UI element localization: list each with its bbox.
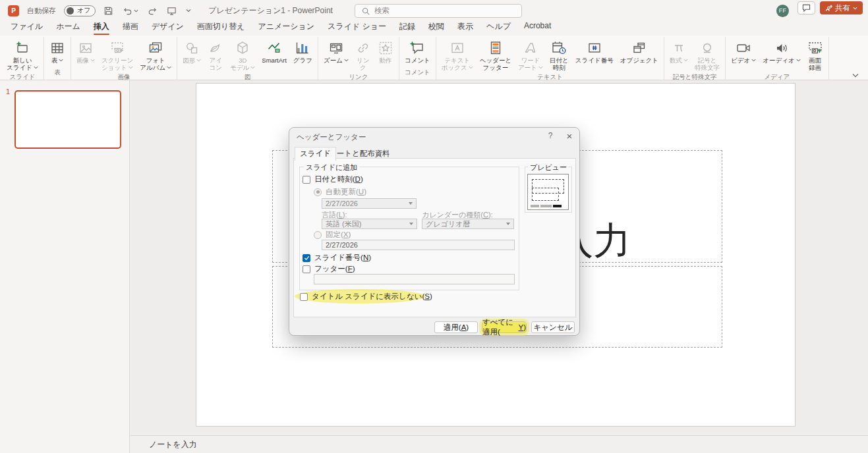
ribbon: 新しい スライドスライド表表画像スクリーン ショットフォト アルバム画像図形アイ… <box>0 36 868 80</box>
chevron-down-icon <box>195 57 201 64</box>
ribbon-button-label: 日付と 時刻 <box>550 57 569 72</box>
language-dropdown[interactable]: 英語 (米国) <box>322 219 417 229</box>
date-time-icon <box>551 39 567 57</box>
ribbon-tab-ホーム[interactable]: ホーム <box>51 20 85 36</box>
ribbon-tab-Acrobat[interactable]: Acrobat <box>519 20 556 36</box>
ribbon-tab-記録[interactable]: 記録 <box>395 20 420 36</box>
ribbon-tab-表示[interactable]: 表示 <box>453 20 478 36</box>
footer-text-field[interactable] <box>314 274 515 284</box>
ribbon-button-icons: アイ コン <box>204 37 227 72</box>
ribbon-button-wordart: ワード アート <box>515 37 546 72</box>
fixed-radio[interactable] <box>314 231 322 239</box>
ribbon-button-comment[interactable]: コメント <box>401 37 434 67</box>
chevron-down-icon <box>165 64 171 71</box>
screenshot-icon <box>109 39 125 57</box>
ribbon-button-audio[interactable]: オーディオ <box>759 37 803 72</box>
ribbon-group: 数式記号と 特殊文字記号と特殊文字 <box>664 37 726 80</box>
search-input[interactable]: 検索 <box>355 4 522 18</box>
qat-chevron-icon[interactable] <box>186 9 191 13</box>
document-title: プレゼンテーション1 - PowerPoint <box>208 5 333 16</box>
ribbon-group: ビデオオーディオ画面 録画メディア <box>726 37 829 80</box>
ribbon-tab-挿入[interactable]: 挿入 <box>89 20 114 36</box>
ribbon-tab-アニメーション[interactable]: アニメーション <box>253 20 319 36</box>
cancel-button[interactable]: キャンセル <box>531 321 575 333</box>
save-icon[interactable] <box>103 6 113 16</box>
ribbon-tab-画面切り替え[interactable]: 画面切り替え <box>192 20 250 36</box>
ribbon-button-text-box: テキスト ボックス <box>438 37 477 72</box>
preview-date-bar <box>531 205 539 207</box>
ribbon-button-screen-record[interactable]: 画面 録画 <box>804 37 826 72</box>
chevron-down-icon <box>853 7 857 10</box>
ribbon-button-video[interactable]: ビデオ <box>728 37 759 72</box>
ribbon-button-zoom-slides[interactable]: ズーム <box>320 37 352 72</box>
autosave-toggle[interactable]: オフ <box>64 5 96 16</box>
ribbon-button-object[interactable]: オブジェクト <box>617 37 662 72</box>
ribbon-tab-デザイン[interactable]: デザイン <box>147 20 188 36</box>
apply-button[interactable]: 適用(A) <box>434 321 478 333</box>
date-time-checkbox[interactable] <box>303 176 310 184</box>
tab-slide[interactable]: スライド <box>295 147 336 161</box>
auto-date-value: 2/27/2026 <box>326 200 358 207</box>
slide-number-checkbox[interactable] <box>303 254 310 262</box>
dialog-close-button[interactable]: × <box>564 130 575 142</box>
auto-update-radio[interactable] <box>314 188 322 196</box>
slide-number-icon <box>587 39 602 57</box>
calendar-dropdown[interactable]: グレゴリオ暦 <box>422 219 514 229</box>
footer-checkbox[interactable] <box>303 265 310 273</box>
ribbon-tab-描画[interactable]: 描画 <box>118 20 143 36</box>
collapse-ribbon-icon[interactable] <box>852 73 859 78</box>
comment-icon <box>409 39 425 57</box>
avatar[interactable]: FF <box>776 5 789 17</box>
ribbon-button-label: スライド番号 <box>575 57 614 64</box>
powerpoint-logo-icon[interactable]: P <box>8 5 19 16</box>
search-placeholder: 検索 <box>374 6 390 16</box>
preview-footer-bar <box>540 205 552 207</box>
action-icon <box>378 39 393 57</box>
ribbon-tab-ファイル[interactable]: ファイル <box>6 20 47 36</box>
dropdown-arrow-icon <box>506 223 510 225</box>
ribbon-tab-ヘルプ[interactable]: ヘルプ <box>482 20 515 36</box>
toggle-knob-icon <box>67 7 74 14</box>
fixed-date-field[interactable]: 2/27/2026 <box>322 240 515 250</box>
slideshow-icon[interactable] <box>167 6 177 16</box>
ribbon-button-table[interactable]: 表 <box>46 37 69 67</box>
wordart-icon <box>523 39 538 57</box>
ribbon-group-label: 表 <box>46 67 69 80</box>
chevron-down-icon <box>32 64 38 71</box>
link-icon <box>355 39 371 57</box>
ribbon-tab-スライド ショー[interactable]: スライド ショー <box>323 20 391 36</box>
chevron-down-icon <box>750 57 756 64</box>
slide-number-row: スライド番号(N) <box>303 253 371 263</box>
ribbon-button-header-footer[interactable]: ヘッダーと フッター <box>477 37 515 72</box>
include-group-label: スライドに追加 <box>304 163 359 173</box>
dialog-help-button[interactable]: ? <box>545 131 556 140</box>
chart-icon <box>295 39 310 57</box>
ribbon-group-label: コメント <box>401 67 434 80</box>
ribbon-tab-校閲[interactable]: 校閲 <box>424 20 449 36</box>
ribbon-button-3d-model: 3D モデル <box>227 37 258 72</box>
ribbon-button-new-slide[interactable]: 新しい スライド <box>3 37 42 72</box>
zoom-slides-icon <box>328 39 344 57</box>
ribbon-button-slide-number[interactable]: スライド番号 <box>572 37 617 72</box>
ribbon-button-label: コメント <box>405 57 430 64</box>
fixed-row: 固定(X) <box>314 230 351 240</box>
equation-icon <box>671 39 687 57</box>
share-button[interactable]: 共有 <box>820 1 863 14</box>
auto-date-dropdown[interactable]: 2/27/2026 <box>322 198 417 209</box>
apply-all-button[interactable]: すべてに適用(Y) <box>482 321 527 333</box>
ribbon-button-label: ビデオ <box>731 57 756 64</box>
undo-icon[interactable] <box>123 6 138 16</box>
ribbon-button-photo-album[interactable]: フォト アルバム <box>136 37 175 72</box>
comments-button[interactable] <box>797 1 815 14</box>
slide-thumbnail[interactable] <box>14 90 121 149</box>
ribbon-button-smartart[interactable]: SmartArt <box>258 37 289 72</box>
ribbon-button-label: リン ク <box>357 57 369 72</box>
redo-icon[interactable] <box>148 6 158 16</box>
ribbon-button-label: テキスト ボックス <box>442 57 473 72</box>
ribbon-button-chart[interactable]: グラフ <box>290 37 316 72</box>
notes-pane[interactable]: ノートを入力 <box>130 435 868 453</box>
title-slide-checkbox[interactable] <box>300 293 308 301</box>
ribbon-button-shapes: 図形 <box>179 37 204 72</box>
chevron-down-icon <box>89 57 95 64</box>
ribbon-button-date-time[interactable]: 日付と 時刻 <box>546 37 572 72</box>
